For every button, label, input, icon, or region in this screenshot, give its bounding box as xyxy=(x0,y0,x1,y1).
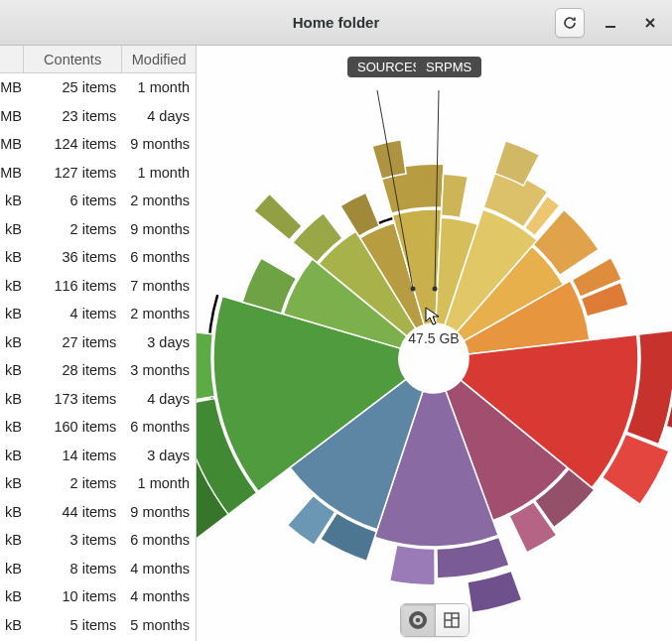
cell-size: kB xyxy=(0,192,24,208)
cell-contents: 2 items xyxy=(24,475,122,491)
cell-contents: 116 items xyxy=(24,278,122,294)
table-row[interactable]: kB28 items3 months xyxy=(0,356,196,385)
cell-contents: 28 items xyxy=(24,362,122,378)
minimize-icon xyxy=(605,17,616,29)
cell-contents: 160 items xyxy=(24,419,122,435)
treemap-icon xyxy=(444,612,460,628)
column-modified[interactable]: Modified xyxy=(122,46,196,72)
cell-modified: 7 months xyxy=(122,278,196,294)
cell-modified: 9 months xyxy=(122,504,196,520)
cell-modified: 6 months xyxy=(122,419,196,435)
table-row[interactable]: kB4 items2 months xyxy=(0,300,196,328)
cell-contents: 4 items xyxy=(24,306,122,321)
close-icon xyxy=(644,17,656,29)
table-row[interactable]: kB14 items3 days xyxy=(0,442,196,470)
file-list-panel: Contents Modified MB25 items1 monthMB23 … xyxy=(0,46,197,641)
cell-size: kB xyxy=(0,221,24,237)
cell-contents: 44 items xyxy=(24,504,122,520)
cell-contents: 23 items xyxy=(24,108,122,124)
minimize-button[interactable] xyxy=(597,9,624,37)
table-row[interactable]: kB8 items4 months xyxy=(0,555,196,583)
cell-modified: 3 days xyxy=(122,334,196,350)
cell-contents: 10 items xyxy=(24,588,122,604)
cell-modified: 4 days xyxy=(122,108,196,124)
column-contents[interactable]: Contents xyxy=(24,46,123,72)
ring-chart-icon xyxy=(409,611,427,629)
titlebar-buttons xyxy=(555,8,664,38)
cell-modified: 2 months xyxy=(122,192,196,208)
table-row[interactable]: kB6 items2 months xyxy=(0,187,196,215)
table-row[interactable]: kB173 items4 days xyxy=(0,385,196,414)
cell-contents: 5 items xyxy=(24,617,122,633)
cell-contents: 25 items xyxy=(24,79,122,95)
cell-size: MB xyxy=(0,108,24,124)
file-list-body[interactable]: MB25 items1 monthMB23 items4 daysMB124 i… xyxy=(0,73,196,641)
table-row[interactable]: kB2 items9 months xyxy=(0,215,196,244)
cell-size: kB xyxy=(0,391,24,407)
content-area: Contents Modified MB25 items1 monthMB23 … xyxy=(0,46,672,641)
cell-contents: 8 items xyxy=(24,561,122,577)
cell-size: kB xyxy=(0,617,24,633)
cell-modified: 1 month xyxy=(122,79,196,95)
cell-modified: 2 months xyxy=(122,306,196,321)
file-list-header[interactable]: Contents Modified xyxy=(0,46,196,73)
close-button[interactable] xyxy=(636,9,664,37)
cell-size: kB xyxy=(0,448,24,463)
app-window: Home folder Contents Modified MB25 items… xyxy=(0,0,672,641)
cell-modified: 6 months xyxy=(122,532,196,548)
cell-contents: 36 items xyxy=(24,249,122,265)
table-row[interactable]: MB23 items4 days xyxy=(0,102,196,131)
cell-modified: 9 months xyxy=(122,221,196,237)
table-row[interactable]: MB25 items1 month xyxy=(0,73,196,102)
cell-modified: 4 months xyxy=(122,588,196,604)
cell-size: kB xyxy=(0,249,24,265)
cell-modified: 4 months xyxy=(122,561,196,577)
cell-size: kB xyxy=(0,306,24,321)
view-switcher xyxy=(400,603,470,637)
svg-point-4 xyxy=(433,287,438,292)
cell-modified: 3 months xyxy=(122,362,196,378)
svg-point-6 xyxy=(415,618,420,623)
cell-modified: 4 days xyxy=(122,391,196,407)
table-row[interactable]: kB2 items1 month xyxy=(0,469,196,498)
treemap-button[interactable] xyxy=(435,604,469,636)
table-row[interactable]: MB124 items9 months xyxy=(0,130,196,159)
cell-size: kB xyxy=(0,362,24,378)
cell-contents: 27 items xyxy=(24,334,122,350)
table-row[interactable]: kB116 items7 months xyxy=(0,272,196,301)
refresh-icon xyxy=(562,15,578,31)
cell-size: kB xyxy=(0,561,24,577)
table-row[interactable]: kB3 items6 months xyxy=(0,526,196,555)
table-row[interactable]: kB44 items9 months xyxy=(0,498,196,527)
ring-chart-button[interactable] xyxy=(401,604,435,636)
table-row[interactable]: kB5 items5 months xyxy=(0,611,196,640)
cell-size: kB xyxy=(0,504,24,520)
cell-contents: 6 items xyxy=(24,192,122,208)
cell-contents: 2 items xyxy=(24,221,122,237)
cell-modified: 5 months xyxy=(122,617,196,633)
cell-size: MB xyxy=(0,79,24,95)
cell-size: kB xyxy=(0,532,24,548)
cell-size: kB xyxy=(0,278,24,294)
cell-size: kB xyxy=(0,588,24,604)
cell-modified: 6 months xyxy=(122,249,196,265)
cell-size: kB xyxy=(0,475,24,491)
center-size-label: 47.5 GB xyxy=(408,329,459,348)
table-row[interactable]: MB127 items1 month xyxy=(0,159,196,188)
chart-panel: 47.5 GB SOURCES SRPMS xyxy=(197,46,672,641)
cell-contents: 14 items xyxy=(24,448,122,463)
table-row[interactable]: kB36 items6 months xyxy=(0,243,196,272)
refresh-button[interactable] xyxy=(555,8,585,38)
cell-size: MB xyxy=(0,165,24,181)
titlebar[interactable]: Home folder xyxy=(0,0,672,46)
table-row[interactable]: kB27 items3 days xyxy=(0,328,196,357)
cell-contents: 127 items xyxy=(24,165,122,181)
column-size[interactable] xyxy=(0,46,24,72)
cell-modified: 9 months xyxy=(122,136,196,152)
cell-size: kB xyxy=(0,334,24,350)
cell-contents: 173 items xyxy=(24,391,122,407)
cell-modified: 3 days xyxy=(122,448,196,463)
table-row[interactable]: kB10 items4 months xyxy=(0,582,196,611)
table-row[interactable]: kB160 items6 months xyxy=(0,413,196,442)
cell-contents: 3 items xyxy=(24,532,122,548)
